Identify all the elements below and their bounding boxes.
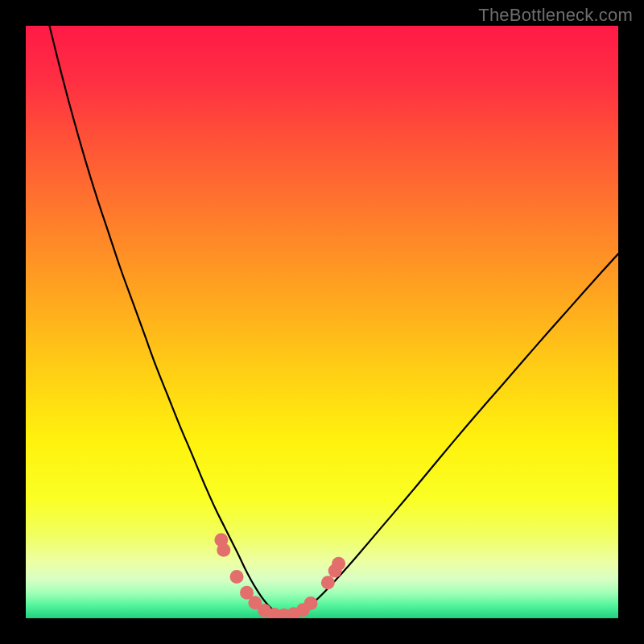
chart-overlay bbox=[26, 26, 618, 618]
watermark-label: TheBottleneck.com bbox=[478, 5, 633, 26]
marker-dot bbox=[304, 597, 318, 610]
marker-dot bbox=[321, 576, 335, 589]
chart-frame: TheBottleneck.com bbox=[0, 0, 644, 644]
bottleneck-curve bbox=[49, 26, 618, 616]
marker-dot bbox=[332, 557, 345, 571]
plot-area bbox=[26, 26, 618, 618]
marker-dot bbox=[217, 543, 230, 557]
marker-dot bbox=[230, 570, 244, 584]
